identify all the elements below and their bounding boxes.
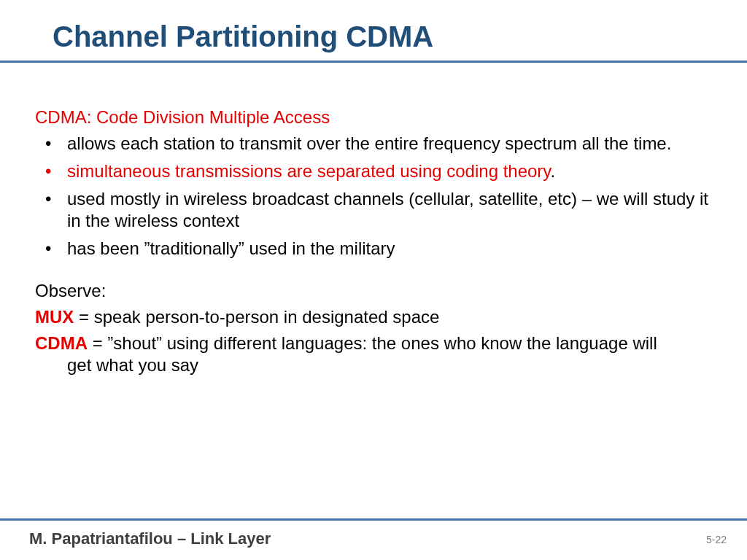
observe-label: Observe: — [35, 280, 712, 302]
bullet-item: used mostly in wireless broadcast channe… — [35, 188, 712, 232]
slide-content: CDMA: Code Division Multiple Access allo… — [0, 63, 747, 376]
bullet-item: simultaneous transmissions are separated… — [35, 160, 712, 182]
bullet-item: has been ”traditionally” used in the mil… — [35, 238, 712, 260]
cdma-text-line1: = ”shout” using different languages: the… — [88, 333, 657, 353]
footer-author: M. Papatriantafilou – Link Layer — [29, 529, 271, 548]
footer-divider — [0, 518, 747, 521]
page-number: 5-22 — [706, 534, 727, 545]
mux-label: MUX — [35, 307, 74, 327]
bullet-list: allows each station to transmit over the… — [35, 133, 712, 260]
slide: Channel Partitioning CDMA CDMA: Code Div… — [0, 0, 747, 560]
bullet-text-red: simultaneous transmissions are separated… — [67, 161, 551, 181]
mux-text: = speak person-to-person in designated s… — [74, 307, 439, 327]
mux-definition: MUX = speak person-to-person in designat… — [35, 306, 712, 328]
slide-title: Channel Partitioning CDMA — [0, 0, 747, 53]
bullet-item: allows each station to transmit over the… — [35, 133, 712, 155]
bullet-text: . — [551, 161, 556, 181]
cdma-definition: CDMA = ”shout” using different languages… — [35, 332, 712, 376]
cdma-label: CDMA — [35, 333, 88, 353]
subheading: CDMA: Code Division Multiple Access — [35, 106, 712, 128]
cdma-text-line2: get what you say — [35, 354, 712, 376]
